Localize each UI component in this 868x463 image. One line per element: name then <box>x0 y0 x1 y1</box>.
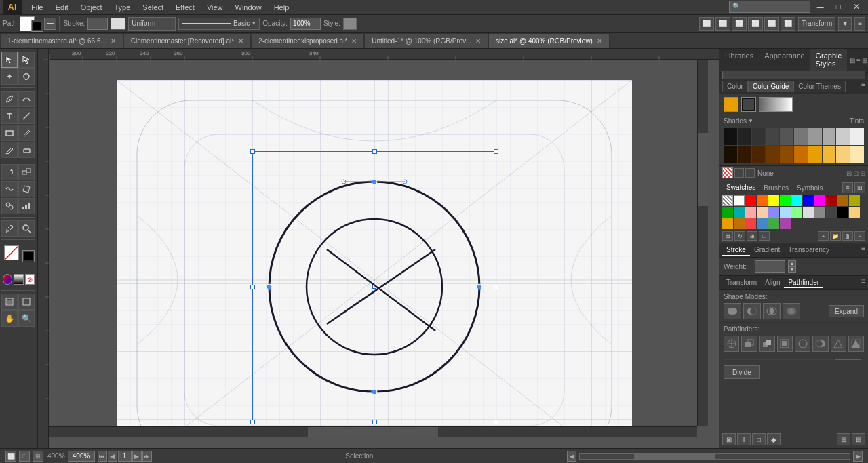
minus-back-btn[interactable] <box>812 336 828 352</box>
free-transform-tool[interactable] <box>18 181 35 197</box>
menu-view[interactable]: View <box>201 2 229 13</box>
align-right[interactable]: ⬜ <box>732 17 747 31</box>
transform-button[interactable]: Transform <box>798 17 835 31</box>
tab-close-1[interactable]: ✕ <box>238 37 243 45</box>
crop-btn[interactable] <box>777 336 793 352</box>
shade-cell[interactable] <box>808 146 822 163</box>
swatch-gold-light[interactable] <box>849 207 860 218</box>
shade-cell[interactable] <box>794 146 808 163</box>
shades-dropdown-arrow[interactable]: ▼ <box>748 118 753 124</box>
scroll-right-btn[interactable]: ▶ <box>853 451 863 462</box>
tab-close-4[interactable]: ✕ <box>597 37 602 45</box>
bottom-icon-6[interactable]: ⊞ <box>852 433 865 445</box>
window-restore[interactable]: □ <box>831 1 846 14</box>
tab-close-2[interactable]: ✕ <box>351 37 357 45</box>
shade-cell[interactable] <box>738 146 751 163</box>
style-swatch[interactable] <box>343 18 357 30</box>
warp-tool[interactable] <box>1 181 18 197</box>
trim-btn[interactable] <box>741 336 757 352</box>
sel-handle-tm[interactable] <box>372 149 377 154</box>
white-swatch[interactable] <box>734 195 745 206</box>
swatch-light-gray[interactable] <box>803 207 814 218</box>
swatch-cyan[interactable] <box>791 195 802 206</box>
expand-button[interactable]: Expand <box>829 305 864 317</box>
pathfinder-tab[interactable]: Pathfinder <box>784 277 823 288</box>
type-tool[interactable]: T <box>1 108 18 124</box>
swatch-list-view[interactable]: ≡ <box>842 182 853 193</box>
swatch-coral[interactable] <box>745 218 756 229</box>
swatch-blue[interactable] <box>803 195 814 206</box>
swatch-add-btn[interactable]: + <box>818 231 829 241</box>
swatch-magenta[interactable] <box>814 195 825 206</box>
artboard-tool[interactable] <box>1 294 18 310</box>
menu-file[interactable]: File <box>26 2 49 13</box>
swatch-yellow[interactable] <box>768 195 779 206</box>
swatch-menu-btn[interactable]: ≡ <box>854 231 865 241</box>
swatch-icon-1[interactable]: ⊠ <box>846 169 852 177</box>
toolbar-options[interactable]: ≡ <box>854 17 865 31</box>
zoom-tool[interactable] <box>18 220 35 237</box>
page-input[interactable] <box>118 451 132 462</box>
swatch-light-red[interactable] <box>745 207 756 218</box>
swatch-tool-1[interactable]: ⊠ <box>722 231 733 241</box>
swatch-tool-3[interactable]: ⊞ <box>747 231 757 241</box>
pf-panel-options[interactable]: ≡ <box>861 277 865 288</box>
window-minimize[interactable]: ─ <box>812 1 829 14</box>
align-left[interactable]: ⬜ <box>699 17 714 31</box>
opacity-input[interactable] <box>290 18 321 30</box>
swatch-black[interactable] <box>837 207 848 218</box>
stroke-color-box[interactable] <box>32 20 43 31</box>
none-color-swatch[interactable] <box>722 195 733 206</box>
tab-1[interactable]: Clementinemaster [Recovered].ai* ✕ <box>123 33 251 48</box>
gradient-preview[interactable] <box>759 97 793 112</box>
exclude-btn[interactable] <box>783 303 800 319</box>
eraser-tool[interactable] <box>18 142 35 158</box>
search-input[interactable]: 🔍 <box>729 1 810 13</box>
selection-tool[interactable] <box>1 52 18 68</box>
shade-cell[interactable] <box>823 146 836 163</box>
paintbrush-tool[interactable] <box>18 125 35 141</box>
swatch-delete-btn[interactable]: 🗑 <box>842 231 853 241</box>
next-page-btn[interactable]: ▶ <box>132 451 142 462</box>
line-tool[interactable] <box>18 108 35 124</box>
weight-input[interactable] <box>755 260 785 273</box>
swatch-dark-gold[interactable] <box>734 218 745 229</box>
swatch-lavender[interactable] <box>768 207 779 218</box>
stroke-indicator[interactable] <box>23 251 34 262</box>
shade-cell[interactable] <box>738 128 751 145</box>
align-top[interactable]: ⬜ <box>748 17 763 31</box>
weight-down-btn[interactable]: ▼ <box>788 266 796 273</box>
rotate-tool[interactable] <box>1 164 18 180</box>
brushes-tab[interactable]: Brushes <box>760 183 793 193</box>
swatch-dark-cyan[interactable] <box>734 207 745 218</box>
shape-builder-tool[interactable] <box>1 198 18 214</box>
stroke-uniform-dropdown[interactable]: Uniform <box>128 17 176 31</box>
first-page-btn[interactable]: ⏮ <box>98 451 107 462</box>
unite-btn[interactable] <box>724 303 741 319</box>
align-tab[interactable]: Align <box>761 277 784 288</box>
curvature-tool[interactable] <box>18 91 35 107</box>
sel-handle-bl[interactable] <box>250 420 255 424</box>
panel-grid2-btn[interactable]: ⊞ <box>862 57 867 64</box>
none-icon-2[interactable] <box>745 168 755 178</box>
tab-close-3[interactable]: ✕ <box>475 37 481 45</box>
background-color-swatch[interactable] <box>741 97 756 112</box>
bottom-icon-4[interactable]: ◆ <box>767 433 781 445</box>
sel-handle-ml[interactable] <box>250 285 255 289</box>
tab-4[interactable]: size.ai* @ 400% (RGB/Preview) ✕ <box>488 33 610 48</box>
align-center-v[interactable]: ⬜ <box>764 17 779 31</box>
window-close[interactable]: ✕ <box>848 1 865 14</box>
bottom-icon-3[interactable]: □ <box>752 433 766 445</box>
stroke-color-swatch[interactable] <box>111 18 125 30</box>
color-tab[interactable]: Color <box>722 81 748 92</box>
color-mode-btn[interactable] <box>3 274 12 285</box>
menu-type[interactable]: Type <box>109 2 136 13</box>
fill-indicator[interactable] <box>4 245 19 260</box>
tab-libraries[interactable]: Libraries <box>719 49 759 72</box>
none-icon-1[interactable] <box>734 168 744 178</box>
menu-effect[interactable]: Effect <box>170 2 200 13</box>
graph-tool[interactable] <box>18 198 35 214</box>
bottom-icon-5[interactable]: ⊟ <box>837 433 850 445</box>
swatch-icon-2[interactable]: ⊡ <box>853 169 859 177</box>
align-bottom[interactable]: ⬜ <box>781 17 795 31</box>
